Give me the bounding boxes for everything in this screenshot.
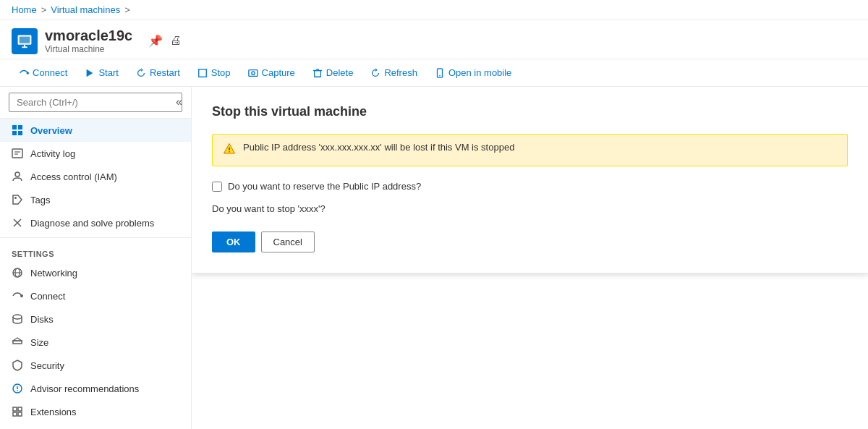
svg-rect-37 — [13, 412, 17, 416]
monitor-icon — [17, 33, 33, 49]
vm-name: vmoracle19c — [45, 27, 132, 44]
refresh-button[interactable]: Refresh — [363, 64, 425, 82]
svg-marker-6 — [87, 69, 93, 77]
sidebar-item-networking[interactable]: Networking — [0, 261, 191, 284]
sidebar-item-networking-label: Networking — [30, 268, 77, 279]
svg-rect-7 — [199, 69, 207, 77]
connect-sidebar-icon — [12, 290, 23, 302]
sidebar-item-activity-label: Activity log — [30, 148, 75, 159]
svg-point-22 — [15, 172, 20, 177]
networking-icon — [12, 267, 23, 279]
svg-rect-35 — [13, 407, 17, 411]
capture-icon — [248, 68, 258, 78]
sidebar-item-iam-label: Access control (IAM) — [30, 171, 117, 182]
mobile-icon — [435, 68, 445, 78]
print-icon[interactable]: 🖨 — [170, 34, 182, 48]
sidebar-item-access-control[interactable]: Access control (IAM) — [0, 165, 191, 188]
breadcrumb-sep1: > — [41, 4, 47, 15]
content-area: Stop this virtual machine Public IP addr… — [192, 87, 868, 429]
settings-section-label: Settings — [0, 241, 191, 261]
security-icon — [12, 360, 23, 371]
svg-point-40 — [229, 151, 230, 153]
main-layout: « Overview Activity log Access control (… — [0, 87, 868, 429]
vm-icon — [12, 28, 38, 54]
reserve-ip-label[interactable]: Do you want to reserve the Public IP add… — [228, 181, 421, 192]
breadcrumb-vms[interactable]: Virtual machines — [51, 4, 120, 15]
svg-rect-10 — [314, 70, 320, 77]
sidebar-item-advisor-label: Advisor recommendations — [30, 383, 139, 394]
sidebar-item-extensions[interactable]: Extensions — [0, 400, 191, 423]
svg-point-28 — [20, 294, 23, 297]
sidebar-item-size[interactable]: Size — [0, 331, 191, 354]
open-mobile-button[interactable]: Open in mobile — [427, 64, 519, 82]
restart-button[interactable]: Restart — [129, 64, 187, 82]
stop-question: Do you want to stop 'xxxx'? — [212, 203, 848, 214]
sidebar-search-container — [0, 87, 191, 119]
modal-actions: OK Cancel — [212, 232, 848, 252]
sidebar-item-size-label: Size — [30, 337, 48, 348]
delete-button[interactable]: Delete — [305, 64, 361, 82]
stop-button[interactable]: Stop — [190, 64, 238, 82]
warning-text: Public IP address 'xxx.xxx.xxx.xx' will … — [243, 142, 514, 153]
vm-title-group: vmoracle19c Virtual machine — [45, 27, 132, 54]
tags-icon — [12, 194, 23, 205]
svg-rect-8 — [248, 69, 257, 76]
sidebar-item-connect-label: Connect — [30, 291, 65, 302]
delete-icon — [312, 68, 323, 78]
vm-type: Virtual machine — [45, 44, 132, 54]
warning-triangle-icon — [223, 143, 236, 158]
sidebar-item-diagnose[interactable]: Diagnose and solve problems — [0, 211, 191, 234]
svg-rect-18 — [18, 131, 22, 135]
svg-point-29 — [13, 315, 22, 319]
collapse-sidebar-button[interactable]: « — [173, 93, 185, 111]
connect-icon — [19, 68, 29, 78]
ok-button[interactable]: OK — [212, 232, 255, 252]
sidebar-item-tags[interactable]: Tags — [0, 188, 191, 211]
breadcrumb: Home > Virtual machines > — [0, 0, 868, 20]
overview-icon — [12, 124, 23, 136]
sidebar-item-disks[interactable]: Disks — [0, 307, 191, 331]
breadcrumb-sep2: > — [124, 4, 130, 15]
sidebar-item-diagnose-label: Diagnose and solve problems — [30, 218, 154, 229]
start-button[interactable]: Start — [77, 64, 125, 82]
advisor-icon — [12, 383, 23, 394]
sidebar: « Overview Activity log Access control (… — [0, 87, 192, 429]
sidebar-item-connect[interactable]: Connect — [0, 284, 191, 307]
diagnose-icon — [12, 217, 23, 229]
sidebar-item-tags-label: Tags — [30, 195, 50, 205]
connect-button[interactable]: Connect — [12, 64, 75, 82]
sidebar-item-disks-label: Disks — [30, 314, 54, 325]
reserve-ip-row[interactable]: Do you want to reserve the Public IP add… — [212, 181, 848, 192]
reserve-ip-checkbox[interactable] — [212, 182, 222, 192]
sidebar-divider-settings — [0, 237, 191, 238]
svg-point-34 — [17, 390, 18, 391]
sidebar-item-overview-label: Overview — [30, 125, 72, 136]
sidebar-item-activity-log[interactable]: Activity log — [0, 142, 191, 165]
refresh-icon — [370, 68, 380, 78]
breadcrumb-home[interactable]: Home — [12, 4, 37, 15]
modal-title: Stop this virtual machine — [212, 104, 848, 119]
capture-button[interactable]: Capture — [241, 64, 302, 82]
disks-icon — [12, 313, 23, 325]
sidebar-item-advisor[interactable]: Advisor recommendations — [0, 377, 191, 400]
warning-box: Public IP address 'xxx.xxx.xxx.xx' will … — [212, 134, 848, 166]
sidebar-item-overview[interactable]: Overview — [0, 119, 191, 142]
pin-icon[interactable]: 📌 — [148, 34, 163, 48]
restart-icon — [136, 68, 146, 78]
vm-header: vmoracle19c Virtual machine 📌 🖨 — [0, 20, 868, 59]
sidebar-item-extensions-label: Extensions — [30, 407, 77, 417]
extensions-icon — [12, 406, 23, 417]
svg-marker-23 — [13, 195, 22, 204]
svg-rect-17 — [12, 131, 17, 135]
svg-rect-4 — [20, 36, 30, 43]
activity-log-icon — [12, 148, 23, 159]
cancel-button[interactable]: Cancel — [261, 232, 315, 252]
search-input[interactable] — [9, 93, 182, 112]
start-icon — [85, 68, 95, 78]
sidebar-item-security[interactable]: Security — [0, 354, 191, 377]
svg-rect-15 — [12, 125, 17, 129]
svg-point-24 — [14, 197, 17, 199]
svg-point-9 — [251, 71, 254, 74]
svg-point-5 — [27, 72, 30, 75]
size-icon — [12, 336, 23, 348]
